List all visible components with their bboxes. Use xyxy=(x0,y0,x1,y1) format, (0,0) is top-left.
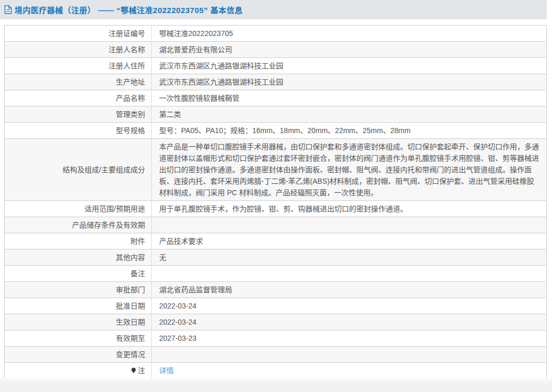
row-value xyxy=(152,347,546,362)
row-value: 型号：PA05、PA10；规格：16mm、18mm、20mm、22mm、25mm… xyxy=(152,123,546,138)
row-label: 产品储存条件及有效期 xyxy=(5,217,152,233)
details-link[interactable]: 详情 xyxy=(159,365,174,376)
composition-text: 本产品是一种单切口腹腔镜手术用器械，由切口保护套和多通道密封体组成。切口保护套起… xyxy=(159,141,539,198)
page-header: 境内医疗器械（注册） —— “鄂械注准20222023705” 基本信息 xyxy=(0,0,547,19)
row-value: 2027-03-23 xyxy=(152,330,546,346)
registration-info-table: 注册证编号 鄂械注准20222023705 注册人名称 湖北普爱药业有限公司 注… xyxy=(4,25,547,379)
table-row: 生效日期 2022-03-24 xyxy=(5,314,546,330)
table-row: 备注 xyxy=(5,265,546,281)
table-row: 其他内容 无 xyxy=(5,249,546,265)
row-label: 变更情况 xyxy=(5,347,152,362)
row-label: 生产地址 xyxy=(5,74,152,90)
table-row: 管理类别 第二类 xyxy=(5,106,546,122)
row-value: 鄂械注准20222023705 xyxy=(152,26,546,41)
table-row: 注册证编号 鄂械注准20222023705 xyxy=(5,26,546,41)
row-value: 武汉市东西湖区九通路银湖科技工业园 xyxy=(152,58,546,74)
table-row: 生产地址 武汉市东西湖区九通路银湖科技工业园 xyxy=(5,74,546,90)
lightbulb-icon xyxy=(131,365,136,377)
table-row: 产品名称 一次性腹腔镜软器械鞘管 xyxy=(5,90,546,106)
table-row: 审批部门 湖北省药品监督管理局 xyxy=(5,281,546,298)
table-row: 型号规格 型号：PA05、PA10；规格：16mm、18mm、20mm、22mm… xyxy=(5,122,546,138)
row-label: 产品名称 xyxy=(5,90,152,106)
row-label: 注 xyxy=(5,363,152,378)
row-value: 2022-03-24 xyxy=(152,298,546,314)
document-icon xyxy=(4,5,12,14)
row-value: 产品技术要求 xyxy=(152,233,546,249)
row-value: 详情 xyxy=(152,363,546,378)
table-row: 注册人名称 湖北普爱药业有限公司 xyxy=(5,41,546,57)
row-label: 生效日期 xyxy=(5,314,152,330)
row-value: 一次性腹腔镜软器械鞘管 xyxy=(152,90,546,106)
row-label: 审批部门 xyxy=(5,282,152,298)
table-row: 适用范围/预期用途 用于单孔腹腔镜手术，作为腔镜、钳、剪、钩器械进出切口的密封操… xyxy=(5,200,546,217)
row-label: 注册证编号 xyxy=(5,26,152,41)
row-label: 结构及组成/主要组成成分 xyxy=(5,139,152,200)
row-value xyxy=(152,217,546,233)
table-row: 有效期至 2027-03-23 xyxy=(5,330,546,346)
table-row: 附件 产品技术要求 xyxy=(5,233,546,249)
row-label: 适用范围/预期用途 xyxy=(5,201,152,217)
table-row: 注册人住所 武汉市东西湖区九通路银湖科技工业园 xyxy=(5,57,546,74)
row-label: 注册人住所 xyxy=(5,58,152,74)
row-value: 武汉市东西湖区九通路银湖科技工业园 xyxy=(152,74,546,90)
row-value: 2022-03-24 xyxy=(152,314,546,330)
note-label: 注 xyxy=(138,365,145,376)
row-value: 湖北省药品监督管理局 xyxy=(152,282,546,298)
page-footer xyxy=(0,378,552,392)
row-label: 注册人名称 xyxy=(5,42,152,57)
row-label: 附件 xyxy=(5,233,152,249)
row-label: 型号规格 xyxy=(5,123,152,138)
table-row: 产品储存条件及有效期 xyxy=(5,217,546,233)
row-value: 湖北普爱药业有限公司 xyxy=(152,42,546,57)
table-row: 结构及组成/主要组成成分 本产品是一种单切口腹腔镜手术用器械，由切口保护套和多通… xyxy=(5,138,546,200)
row-value: 第二类 xyxy=(152,106,546,122)
row-value: 无 xyxy=(152,250,546,265)
row-label: 备注 xyxy=(5,266,152,281)
page-title: 境内医疗器械（注册） —— “鄂械注准20222023705” 基本信息 xyxy=(15,4,243,15)
row-label: 批准日期 xyxy=(5,298,152,314)
table-row: 批准日期 2022-03-24 xyxy=(5,298,546,314)
row-value: 本产品是一种单切口腹腔镜手术用器械，由切口保护套和多通道密封体组成。切口保护套起… xyxy=(152,139,546,200)
row-value: 用于单孔腹腔镜手术，作为腔镜、钳、剪、钩器械进出切口的密封操作通道。 xyxy=(152,201,546,217)
row-label: 管理类别 xyxy=(5,106,152,122)
table-row: 变更情况 xyxy=(5,346,546,362)
table-row: 注 详情 xyxy=(5,362,546,378)
row-value xyxy=(152,266,546,281)
row-label: 有效期至 xyxy=(5,330,152,346)
row-label: 其他内容 xyxy=(5,250,152,265)
